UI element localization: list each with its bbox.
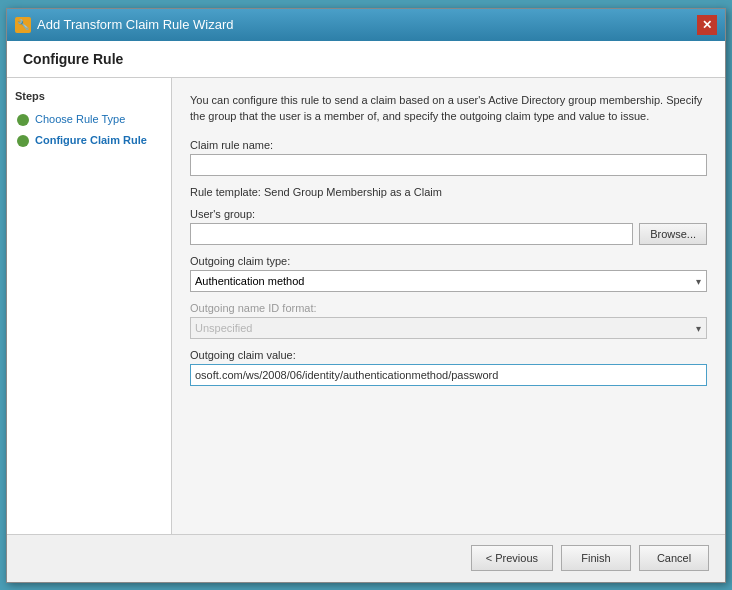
- users-group-inline: Browse...: [190, 223, 707, 245]
- main-area: Steps Choose Rule Type Configure Claim R…: [7, 78, 725, 534]
- title-bar: 🔧 Add Transform Claim Rule Wizard ✕: [7, 9, 725, 41]
- content-area: You can configure this rule to send a cl…: [172, 78, 725, 534]
- outgoing-name-id-select[interactable]: Unspecified Email Persistent Transient W…: [190, 317, 707, 339]
- browse-button[interactable]: Browse...: [639, 223, 707, 245]
- claim-rule-name-label: Claim rule name:: [190, 139, 707, 151]
- page-title: Configure Rule: [7, 41, 725, 78]
- users-group-label: User's group:: [190, 208, 707, 220]
- cancel-button[interactable]: Cancel: [639, 545, 709, 571]
- window-title: Add Transform Claim Rule Wizard: [37, 17, 234, 32]
- claim-rule-name-group: Claim rule name:: [190, 139, 707, 176]
- users-group-input[interactable]: [190, 223, 633, 245]
- outgoing-name-id-label: Outgoing name ID format:: [190, 302, 707, 314]
- description-text: You can configure this rule to send a cl…: [190, 92, 707, 125]
- sidebar-item-choose-rule-type[interactable]: Choose Rule Type: [35, 113, 125, 125]
- step-configure-claim-rule: Configure Claim Rule: [15, 131, 163, 150]
- sidebar-item-configure-claim-rule: Configure Claim Rule: [35, 134, 147, 146]
- steps-label: Steps: [15, 90, 163, 102]
- outgoing-claim-type-select[interactable]: Authentication method E-Mail Address Giv…: [190, 270, 707, 292]
- step-choose-rule-type[interactable]: Choose Rule Type: [15, 110, 163, 129]
- rule-template-text: Rule template: Send Group Membership as …: [190, 186, 707, 198]
- step-dot-choose: [17, 114, 29, 126]
- claim-rule-name-input[interactable]: [190, 154, 707, 176]
- main-window: 🔧 Add Transform Claim Rule Wizard ✕ Conf…: [6, 8, 726, 583]
- outgoing-name-id-wrapper: Unspecified Email Persistent Transient W…: [190, 317, 707, 339]
- outgoing-name-id-group: Outgoing name ID format: Unspecified Ema…: [190, 302, 707, 339]
- app-icon: 🔧: [15, 17, 31, 33]
- outgoing-claim-value-label: Outgoing claim value:: [190, 349, 707, 361]
- step-dot-configure: [17, 135, 29, 147]
- footer: < Previous Finish Cancel: [7, 534, 725, 582]
- title-bar-left: 🔧 Add Transform Claim Rule Wizard: [15, 17, 234, 33]
- users-group-group: User's group: Browse...: [190, 208, 707, 245]
- outgoing-claim-type-group: Outgoing claim type: Authentication meth…: [190, 255, 707, 292]
- close-button[interactable]: ✕: [697, 15, 717, 35]
- outgoing-claim-value-group: Outgoing claim value:: [190, 349, 707, 386]
- outgoing-claim-value-input[interactable]: [190, 364, 707, 386]
- window-content: Configure Rule Steps Choose Rule Type Co…: [7, 41, 725, 582]
- outgoing-claim-type-label: Outgoing claim type:: [190, 255, 707, 267]
- finish-button[interactable]: Finish: [561, 545, 631, 571]
- previous-button[interactable]: < Previous: [471, 545, 553, 571]
- outgoing-claim-type-wrapper: Authentication method E-Mail Address Giv…: [190, 270, 707, 292]
- sidebar: Steps Choose Rule Type Configure Claim R…: [7, 78, 172, 534]
